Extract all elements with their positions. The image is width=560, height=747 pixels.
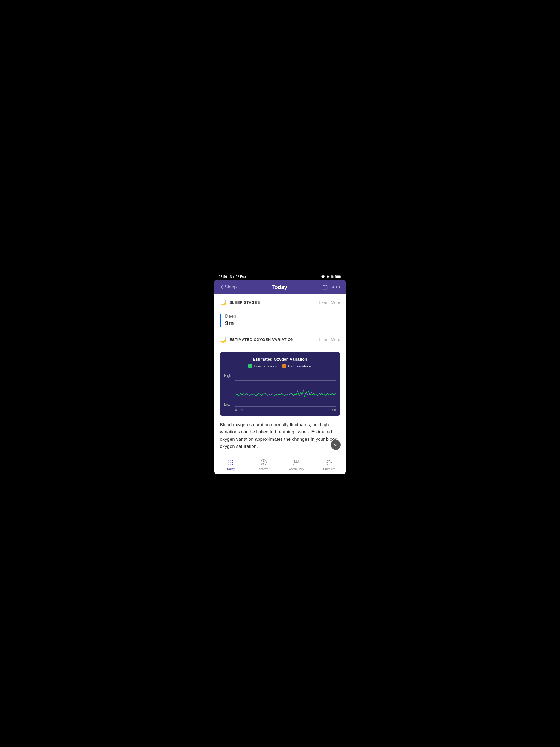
section-title-row: 🌙 SLEEP STAGES — [220, 299, 260, 306]
svg-point-26 — [327, 462, 328, 463]
y-label-high: High — [224, 374, 231, 378]
chart-area: High Low — [224, 374, 336, 412]
oxygen-section-header: 🌙 ESTIMATED OXYGEN VARIATION Learn More — [220, 336, 340, 346]
page-title: Today — [272, 284, 287, 290]
nav-community-label: Community — [289, 467, 304, 470]
oxygen-description: Blood oxygen saturation normally fluctua… — [220, 421, 340, 450]
chart-legend: Low variations High variations — [224, 364, 336, 368]
svg-point-8 — [230, 462, 231, 463]
nav-discover[interactable]: Discover — [247, 459, 280, 470]
oxygen-section: 🌙 ESTIMATED OXYGEN VARIATION Learn More … — [214, 331, 346, 456]
stage-label: Deep — [225, 314, 236, 319]
legend-item-low: Low variations — [248, 364, 277, 368]
oxygen-chart-container: Estimated Oxygen Variation Low variation… — [220, 352, 340, 416]
sleep-stages-section: 🌙 SLEEP STAGES Learn More Deep 9m — [214, 294, 346, 331]
discover-icon — [260, 459, 268, 466]
status-bar: 23:56 Sat 22 Feb 94% — [214, 273, 346, 280]
bottom-nav: Today Discover Community — [214, 456, 346, 474]
wifi-icon — [321, 275, 325, 278]
svg-point-16 — [327, 460, 328, 461]
sleep-stage-item: Deep 9m — [220, 314, 340, 327]
chart-graph: 02:14 11:08 — [235, 374, 336, 407]
back-button[interactable]: Sleep — [220, 284, 236, 290]
svg-point-10 — [229, 464, 229, 465]
stage-info-deep: Deep 9m — [225, 314, 236, 327]
svg-point-24 — [331, 464, 331, 465]
svg-point-15 — [297, 460, 298, 462]
sleep-stages-title: SLEEP STAGES — [229, 300, 260, 305]
legend-color-orange — [282, 364, 286, 368]
stage-bar-deep — [220, 314, 221, 327]
nav-today-label: Today — [227, 467, 235, 470]
svg-point-23 — [329, 464, 330, 465]
x-label-start: 02:14 — [235, 408, 243, 412]
nav-community[interactable]: Community — [280, 459, 313, 470]
nav-today[interactable]: Today — [214, 459, 247, 470]
status-indicators: 94% — [321, 275, 341, 279]
svg-point-22 — [327, 464, 328, 465]
back-chevron-icon — [220, 285, 224, 289]
battery-percentage: 94% — [327, 275, 334, 279]
svg-point-25 — [329, 460, 330, 461]
svg-point-14 — [295, 460, 296, 462]
svg-point-20 — [329, 462, 330, 463]
svg-point-12 — [232, 464, 233, 465]
svg-rect-3 — [336, 276, 340, 278]
status-time: 23:56 Sat 22 Feb — [219, 275, 246, 279]
oxygen-section-title: ESTIMATED OXYGEN VARIATION — [229, 337, 294, 342]
community-icon — [292, 459, 300, 466]
svg-point-0 — [323, 278, 324, 278]
svg-point-5 — [230, 460, 231, 461]
stage-value: 9m — [225, 319, 236, 327]
chart-x-labels: 02:14 11:08 — [235, 408, 336, 412]
moon-icon-2: 🌙 — [220, 336, 227, 343]
svg-rect-2 — [341, 276, 341, 277]
battery-icon — [335, 275, 341, 278]
header: Sleep Today — [214, 280, 346, 294]
nav-discover-label: Discover — [258, 467, 270, 470]
more-options-button[interactable] — [332, 286, 340, 288]
today-icon — [227, 459, 235, 466]
x-label-end: 11:08 — [328, 408, 336, 412]
chart-y-labels: High Low — [224, 374, 231, 407]
header-actions — [322, 284, 340, 290]
y-label-low: Low — [224, 403, 231, 407]
legend-color-green — [248, 364, 252, 368]
scroll-arrow-icon — [333, 442, 338, 447]
svg-point-11 — [230, 464, 231, 465]
premium-icon — [325, 459, 333, 466]
sleep-stages-header: 🌙 SLEEP STAGES Learn More — [220, 299, 340, 309]
sleep-stages-learn-more[interactable]: Learn More — [319, 300, 340, 305]
svg-point-6 — [232, 460, 233, 461]
svg-point-4 — [229, 460, 229, 461]
back-label: Sleep — [225, 284, 236, 290]
svg-point-7 — [229, 462, 229, 463]
legend-item-high: High variations — [282, 364, 312, 368]
chart-title: Estimated Oxygen Variation — [224, 357, 336, 361]
legend-label-high: High variations — [288, 364, 312, 368]
svg-point-9 — [232, 462, 233, 463]
oxygen-waveform — [235, 374, 336, 407]
moon-icon: 🌙 — [220, 299, 227, 306]
scroll-button[interactable] — [331, 440, 341, 450]
nav-premium[interactable]: Premium — [313, 459, 346, 470]
svg-point-27 — [331, 462, 332, 463]
share-icon[interactable] — [322, 284, 328, 290]
nav-premium-label: Premium — [323, 467, 335, 470]
oxygen-title-row: 🌙 ESTIMATED OXYGEN VARIATION — [220, 336, 294, 343]
app-container: Sleep Today 🌙 SLEEP STAGES — [214, 280, 346, 474]
legend-label-low: Low variations — [254, 364, 277, 368]
svg-point-18 — [331, 460, 331, 461]
oxygen-learn-more[interactable]: Learn More — [319, 337, 340, 342]
